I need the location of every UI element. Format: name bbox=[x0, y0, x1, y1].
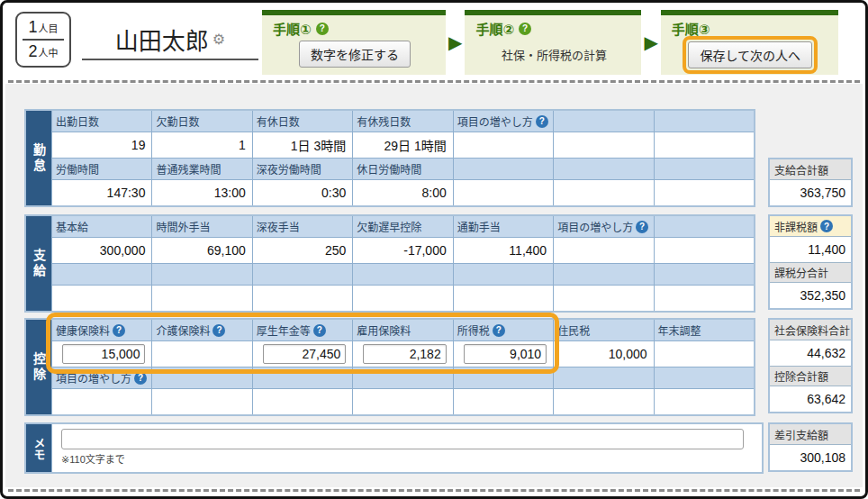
value-cell: 1 bbox=[152, 132, 251, 158]
value-cell bbox=[655, 286, 754, 311]
header-cell bbox=[554, 367, 653, 388]
value-cell bbox=[554, 132, 653, 158]
header-cell: 有休日数 bbox=[253, 111, 352, 132]
value-cell bbox=[454, 389, 553, 414]
social-insurance-total-value: 44,632 bbox=[770, 340, 851, 366]
step-3-title: 手順③ bbox=[672, 19, 829, 38]
help-icon[interactable]: ? bbox=[493, 324, 505, 337]
employment-insurance-input[interactable]: 2,182 bbox=[363, 344, 447, 364]
gear-icon[interactable]: ⚙ bbox=[212, 31, 225, 48]
header-cell bbox=[152, 264, 251, 285]
pension-input[interactable]: 27,450 bbox=[263, 344, 347, 364]
header-cell bbox=[454, 264, 553, 285]
header-cell: 有休残日数 bbox=[353, 111, 452, 132]
person-counter-total: 2 人中 bbox=[28, 42, 58, 61]
top-dashed-divider bbox=[8, 80, 860, 83]
step-1: 手順① ? 数字を修正する bbox=[262, 10, 446, 75]
value-cell bbox=[655, 180, 754, 205]
value-cell bbox=[253, 286, 352, 311]
value-cell: 300,000 bbox=[52, 238, 151, 263]
payment-section: 支給 基本給 時間外手当 深夜手当 欠勤遅早控除 通勤手当 項目の増やし方? 3… bbox=[24, 214, 755, 313]
help-icon[interactable]: ? bbox=[134, 372, 147, 385]
resident-tax-cell: 10,000 bbox=[554, 341, 653, 367]
value-cell: 11,400 bbox=[454, 238, 553, 263]
header-cell bbox=[655, 367, 754, 388]
header-cell: 労働時間 bbox=[52, 159, 151, 179]
health-insurance-input[interactable]: 15,000 bbox=[62, 344, 146, 364]
header-cell bbox=[655, 111, 754, 132]
header-cell-add-item: 項目の増やし方? bbox=[454, 111, 553, 132]
memo-input[interactable] bbox=[61, 429, 744, 449]
year-end-adjustment-cell bbox=[655, 341, 754, 367]
income-tax-input[interactable]: 9,010 bbox=[464, 344, 547, 364]
value-cell: 13:00 bbox=[152, 180, 251, 205]
header-cell-add-item: 項目の増やし方? bbox=[554, 216, 653, 237]
value-cell: 19 bbox=[52, 132, 151, 158]
value-cell bbox=[554, 180, 653, 205]
step-2: 手順② ? 社保・所得税の計算 bbox=[465, 10, 641, 75]
step-arrow-icon: ▶ bbox=[641, 33, 660, 51]
header-cell bbox=[253, 367, 352, 388]
social-insurance-total-label: 社会保険料合計 bbox=[770, 320, 851, 340]
health-insurance-input-cell: 15,000 bbox=[52, 341, 151, 367]
header-cell: 普通残業時間 bbox=[152, 159, 251, 179]
payment-total-value: 363,750 bbox=[770, 180, 851, 205]
bottom-dashed-divider bbox=[8, 489, 860, 492]
memo-char-limit-note: ※110文字まで bbox=[61, 451, 755, 466]
step-2-title: 手順② ? bbox=[475, 19, 632, 38]
deduction-section: 控除 健康保険料? 介護保険料? 厚生年金等? 雇用保険料 所得税? 住民税 年… bbox=[24, 318, 755, 416]
value-cell bbox=[52, 389, 151, 414]
header-cell bbox=[353, 264, 452, 285]
header-cell-add-item: 項目の増やし方? bbox=[52, 367, 151, 388]
help-icon[interactable]: ? bbox=[212, 324, 225, 337]
person-counter: 1 人目 2 人中 bbox=[15, 12, 71, 68]
header-cell-health-insurance: 健康保険料? bbox=[52, 320, 151, 340]
value-cell bbox=[554, 238, 653, 263]
pension-input-cell: 27,450 bbox=[253, 341, 352, 367]
step-arrow-icon: ▶ bbox=[446, 33, 465, 51]
value-cell: 147:30 bbox=[52, 180, 151, 205]
value-cell bbox=[253, 389, 352, 414]
deduction-total-value: 63,642 bbox=[770, 386, 851, 412]
value-cell: 0:30 bbox=[253, 180, 352, 205]
header-cell bbox=[554, 111, 653, 132]
value-cell bbox=[554, 389, 653, 414]
section-label-payment: 支給 bbox=[26, 216, 51, 311]
fix-numbers-button[interactable]: 数字を修正する bbox=[299, 41, 411, 68]
value-cell bbox=[152, 389, 251, 414]
header-cell: 欠勤遅早控除 bbox=[353, 216, 452, 237]
help-icon[interactable]: ? bbox=[820, 220, 833, 232]
value-cell bbox=[52, 286, 151, 311]
memo-section: メモ ※110文字まで bbox=[24, 422, 764, 474]
section-label-memo: メモ bbox=[26, 424, 51, 472]
employment-insurance-input-cell: 2,182 bbox=[353, 341, 452, 367]
header-cell-year-end-adjustment: 年末調整 bbox=[655, 320, 754, 340]
deduction-total-label: 控除合計額 bbox=[770, 366, 851, 386]
header-cell bbox=[253, 264, 352, 285]
help-icon[interactable]: ? bbox=[313, 324, 326, 337]
help-icon[interactable]: ? bbox=[316, 23, 329, 35]
net-payment-label: 差引支給額 bbox=[770, 424, 851, 445]
help-icon[interactable]: ? bbox=[113, 324, 125, 337]
taxable-total-label: 課税分合計 bbox=[770, 262, 851, 283]
header-cell: 休日労働時間 bbox=[353, 159, 452, 179]
header-cell bbox=[554, 264, 653, 285]
value-cell bbox=[655, 132, 754, 158]
employee-name-block: 山田太郎 ⚙ bbox=[82, 19, 258, 60]
header-cell: 深夜手当 bbox=[253, 216, 352, 237]
header-cell-employment-insurance: 雇用保険料 bbox=[353, 320, 452, 340]
header-cell bbox=[353, 367, 452, 388]
payment-total-box: 支給合計額 363,750 bbox=[768, 158, 853, 207]
net-payment-box: 差引支給額 300,108 bbox=[768, 422, 853, 472]
header-cell bbox=[655, 159, 754, 179]
value-cell: -17,000 bbox=[353, 238, 452, 263]
value-cell: 1日 3時間 bbox=[253, 132, 352, 158]
employee-name: 山田太郎 bbox=[115, 23, 209, 56]
help-icon[interactable]: ? bbox=[636, 221, 648, 233]
value-cell: 250 bbox=[253, 238, 352, 263]
help-icon[interactable]: ? bbox=[519, 23, 531, 35]
help-icon[interactable]: ? bbox=[536, 115, 548, 128]
value-cell bbox=[152, 286, 251, 311]
save-next-person-button[interactable]: 保存して次の人へ bbox=[688, 41, 812, 68]
value-cell bbox=[554, 286, 653, 311]
